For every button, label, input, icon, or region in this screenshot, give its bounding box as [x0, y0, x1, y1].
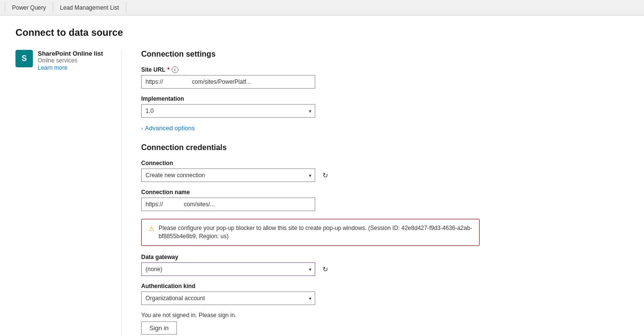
connection-settings-title: Connection settings	[141, 50, 480, 59]
auth-kind-select-wrapper: Organizational account ▾	[141, 291, 315, 305]
connection-refresh-button[interactable]: ↻	[319, 169, 332, 182]
data-gateway-label: Data gateway	[141, 254, 480, 260]
warning-message: Please configure your pop-up blocker to …	[159, 224, 472, 241]
implementation-label: Implementation	[141, 95, 480, 102]
site-url-info-icon[interactable]: i	[172, 66, 178, 73]
required-indicator: *	[167, 66, 170, 73]
connection-name-label: Connection name	[141, 189, 480, 196]
auth-kind-label: Authentication kind	[141, 283, 480, 290]
data-gateway-row: (none) ▾ ↻	[141, 262, 480, 276]
connection-name-input[interactable]	[141, 198, 315, 211]
not-signed-in-text: You are not signed in. Please sign in.	[141, 312, 480, 319]
sign-in-section: You are not signed in. Please sign in. S…	[141, 312, 480, 335]
warning-icon: ⚠	[148, 225, 155, 232]
connection-label: Connection	[141, 160, 480, 167]
tab-bar: Power Query Lead Management List	[0, 0, 644, 15]
connection-row: Create new connection ▾ ↻	[141, 168, 480, 182]
site-url-input[interactable]	[141, 75, 315, 89]
tab-power-query[interactable]: Power Query	[5, 1, 53, 14]
advanced-options-label: Advanced options	[145, 124, 195, 132]
implementation-select[interactable]: 1.0	[141, 104, 315, 118]
auth-kind-field: Authentication kind Organizational accou…	[141, 283, 480, 305]
right-panel: Connection settings Site URL * i Impleme…	[141, 50, 480, 336]
site-url-field: Site URL * i	[141, 66, 480, 89]
tab-lead-management[interactable]: Lead Management List	[53, 1, 126, 14]
connector-name: SharePoint Online list	[38, 50, 103, 57]
warning-box: ⚠ Please configure your pop-up blocker t…	[141, 219, 480, 246]
connection-name-field: Connection name	[141, 189, 480, 211]
connection-field: Connection Create new connection ▾ ↻	[141, 160, 480, 182]
sign-in-button[interactable]: Sign in	[141, 321, 177, 335]
implementation-select-wrapper: 1.0 ▾	[141, 104, 315, 118]
advanced-chevron-icon: ›	[141, 125, 143, 131]
auth-kind-select[interactable]: Organizational account	[141, 291, 315, 305]
connector-subtitle: Online services	[38, 57, 103, 64]
left-panel: S SharePoint Online list Online services…	[15, 50, 122, 336]
connection-select-wrapper: Create new connection ▾	[141, 168, 315, 182]
data-gateway-field: Data gateway (none) ▾ ↻	[141, 254, 480, 276]
page-title: Connect to data source	[15, 27, 629, 38]
connection-select[interactable]: Create new connection	[141, 168, 315, 182]
sharepoint-icon: S	[15, 50, 33, 67]
data-gateway-select-wrapper: (none) ▾	[141, 262, 315, 276]
site-url-label: Site URL * i	[141, 66, 480, 73]
data-gateway-refresh-button[interactable]: ↻	[319, 263, 332, 275]
learn-more-link[interactable]: Learn more	[38, 64, 67, 71]
advanced-options-toggle[interactable]: › Advanced options	[141, 124, 480, 132]
implementation-field: Implementation 1.0 ▾	[141, 95, 480, 118]
data-gateway-select[interactable]: (none)	[141, 262, 315, 276]
connection-credentials-title: Connection credentials	[141, 143, 480, 152]
